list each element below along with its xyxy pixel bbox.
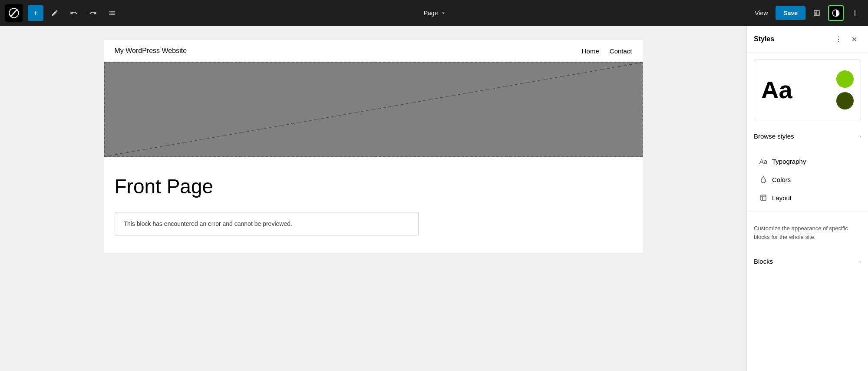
main-layout: My WordPress Website Home Contact Front … bbox=[0, 26, 868, 371]
menu-item-layout[interactable]: Layout bbox=[754, 189, 861, 206]
color-circle-dark bbox=[836, 92, 854, 109]
error-text: This block has encountered an error and … bbox=[124, 220, 292, 227]
sidebar-header: Styles ⋮ ✕ bbox=[747, 26, 868, 53]
menu-item-colors[interactable]: Colors bbox=[754, 171, 861, 188]
preview-circles bbox=[836, 70, 854, 109]
colors-icon bbox=[759, 175, 768, 184]
site-title: My WordPress Website bbox=[115, 47, 187, 55]
view-button[interactable]: View bbox=[750, 7, 772, 19]
save-button[interactable]: Save bbox=[776, 6, 805, 20]
styles-button[interactable] bbox=[828, 5, 844, 21]
undo-icon bbox=[70, 9, 78, 17]
site-frame: My WordPress Website Home Contact Front … bbox=[104, 40, 643, 253]
blocks-chevron: › bbox=[859, 258, 861, 265]
preview-aa-text: Aa bbox=[761, 78, 792, 102]
toolbar-center: Page bbox=[123, 7, 747, 19]
typography-icon: Aa bbox=[759, 157, 768, 166]
color-circle-green bbox=[836, 70, 854, 88]
nav-home[interactable]: Home bbox=[582, 47, 599, 55]
nav-contact[interactable]: Contact bbox=[610, 47, 632, 55]
layout-svg-icon bbox=[760, 194, 767, 201]
undo-button[interactable] bbox=[66, 5, 82, 21]
site-header: My WordPress Website Home Contact bbox=[104, 40, 643, 62]
svg-rect-0 bbox=[761, 195, 766, 200]
canvas-area: My WordPress Website Home Contact Front … bbox=[0, 26, 746, 371]
chevron-down-icon bbox=[440, 10, 446, 16]
layout-icon bbox=[759, 193, 768, 202]
sidebar-more-button[interactable]: ⋮ bbox=[832, 32, 845, 46]
list-icon bbox=[108, 9, 116, 17]
layout-label: Layout bbox=[772, 194, 792, 202]
preview-icon bbox=[813, 9, 821, 17]
more-options-icon bbox=[851, 9, 859, 17]
typography-label: Typography bbox=[772, 158, 806, 165]
error-block: This block has encountered an error and … bbox=[115, 212, 419, 235]
styles-footer: Customize the appearance of specific blo… bbox=[747, 217, 868, 253]
sidebar-close-button[interactable]: ✕ bbox=[847, 32, 861, 46]
add-block-button[interactable]: + bbox=[28, 5, 43, 21]
style-preview-card: Aa bbox=[754, 60, 861, 120]
preview-button[interactable] bbox=[809, 5, 825, 21]
styles-footer-text: Customize the appearance of specific blo… bbox=[754, 224, 861, 241]
blocks-label: Blocks bbox=[754, 258, 773, 265]
styles-menu: Aa Typography Colors bbox=[747, 149, 868, 210]
page-dropdown[interactable]: Page bbox=[419, 7, 452, 19]
sidebar-title: Styles bbox=[754, 35, 774, 43]
toolbar-right: View Save bbox=[750, 5, 863, 21]
edit-tool-button[interactable] bbox=[47, 5, 63, 21]
more-options-button[interactable] bbox=[847, 5, 863, 21]
pencil-icon bbox=[51, 9, 59, 17]
sidebar-header-actions: ⋮ ✕ bbox=[832, 32, 861, 46]
drop-icon bbox=[760, 176, 767, 183]
page-title: Front Page bbox=[115, 175, 632, 198]
site-nav: Home Contact bbox=[582, 47, 632, 55]
redo-icon bbox=[89, 9, 97, 17]
browse-styles-label: Browse styles bbox=[754, 132, 794, 140]
browse-styles-row[interactable]: Browse styles › bbox=[747, 127, 868, 145]
list-view-button[interactable] bbox=[104, 5, 120, 21]
page-dropdown-label: Page bbox=[424, 10, 438, 17]
menu-item-typography[interactable]: Aa Typography bbox=[754, 152, 861, 170]
redo-button[interactable] bbox=[85, 5, 101, 21]
wp-logo bbox=[5, 4, 23, 22]
toolbar: + Page View Save bbox=[0, 0, 868, 26]
divider-2 bbox=[747, 212, 868, 212]
colors-label: Colors bbox=[772, 176, 791, 183]
divider-1 bbox=[747, 147, 868, 147]
styles-icon bbox=[832, 9, 840, 17]
browse-styles-chevron: › bbox=[859, 133, 861, 140]
blocks-row[interactable]: Blocks › bbox=[747, 253, 868, 269]
hero-image-placeholder bbox=[104, 62, 643, 157]
styles-sidebar: Styles ⋮ ✕ Aa Browse styles › Aa Typogra… bbox=[746, 26, 868, 371]
wordpress-icon bbox=[8, 7, 20, 19]
page-content: Front Page This block has encountered an… bbox=[104, 157, 643, 253]
